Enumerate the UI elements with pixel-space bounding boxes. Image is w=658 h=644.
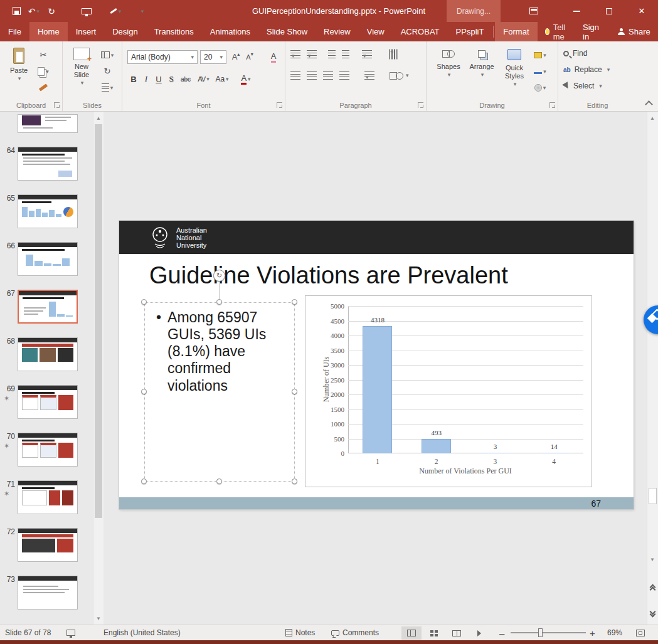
shape-effects-button[interactable] bbox=[532, 80, 548, 95]
slide-thumbnail-73[interactable] bbox=[18, 576, 78, 610]
paste-button[interactable]: Paste bbox=[5, 48, 33, 83]
font-name-combo[interactable]: Arial (Body) bbox=[127, 50, 198, 64]
selection-handle-bottom-right[interactable] bbox=[292, 478, 297, 484]
decrease-indent-button[interactable] bbox=[328, 50, 336, 58]
tab-design[interactable]: Design bbox=[104, 22, 146, 41]
notes-button[interactable]: Notes bbox=[285, 625, 315, 640]
replace-button[interactable]: ab Replace bbox=[563, 65, 610, 74]
selection-handle-top-right[interactable] bbox=[292, 299, 297, 305]
tab-slide-show[interactable]: Slide Show bbox=[258, 22, 316, 41]
thumbnail-scrollbar-thumb[interactable] bbox=[95, 124, 102, 518]
selection-handle-mid-right[interactable] bbox=[292, 389, 297, 394]
zoom-slider[interactable] bbox=[511, 625, 586, 640]
tab-review[interactable]: Review bbox=[316, 22, 359, 41]
font-color-button[interactable]: A bbox=[241, 74, 247, 85]
italic-button[interactable]: I bbox=[140, 71, 152, 87]
slide-thumbnail-70[interactable] bbox=[18, 433, 78, 467]
scroll-down-arrow-icon[interactable]: ▼ bbox=[93, 613, 103, 623]
fit-to-window-button[interactable] bbox=[636, 625, 645, 640]
rotation-handle[interactable]: ↻ bbox=[213, 270, 225, 282]
paragraph-dialog-launcher[interactable] bbox=[418, 102, 423, 108]
save-button[interactable] bbox=[9, 3, 24, 19]
bold-button[interactable]: B bbox=[127, 71, 140, 87]
change-case-button[interactable]: Aa bbox=[213, 71, 231, 87]
justify-button[interactable] bbox=[339, 71, 349, 80]
format-painter-button[interactable] bbox=[35, 80, 51, 95]
text-shadow-button[interactable]: S bbox=[165, 71, 178, 87]
new-slide-button[interactable]: New Slide bbox=[68, 48, 95, 87]
select-button[interactable]: Select bbox=[563, 82, 602, 90]
presentation-monitor-button[interactable] bbox=[66, 625, 75, 640]
customize-qat-button[interactable] bbox=[134, 3, 149, 19]
bullet-item[interactable]: • Among 65907 GUIs, 5369 UIs (8.1%) have… bbox=[145, 303, 294, 394]
share-button[interactable]: Share bbox=[608, 27, 658, 36]
selection-handle-top-center[interactable] bbox=[216, 299, 222, 305]
section-button[interactable] bbox=[99, 80, 115, 95]
columns-button[interactable] bbox=[364, 71, 374, 80]
increase-indent-button[interactable] bbox=[342, 50, 349, 58]
font-dialog-launcher[interactable] bbox=[277, 102, 282, 108]
tab-animations[interactable]: Animations bbox=[202, 22, 258, 41]
language-indicator[interactable]: English (United States) bbox=[103, 625, 181, 640]
selection-handle-top-left[interactable] bbox=[141, 299, 147, 305]
layout-button[interactable] bbox=[99, 48, 115, 62]
slide-sorter-view-button[interactable] bbox=[424, 626, 444, 640]
strikethrough-button[interactable]: abc bbox=[178, 71, 194, 87]
slide-indicator[interactable]: Slide 67 of 78 bbox=[5, 625, 51, 640]
align-center-button[interactable] bbox=[307, 71, 317, 80]
slide-text-box[interactable]: • Among 65907 GUIs, 5369 UIs (8.1%) have… bbox=[144, 302, 295, 482]
slideshow-view-button[interactable] bbox=[469, 626, 489, 640]
clipboard-dialog-launcher[interactable] bbox=[54, 102, 60, 108]
arrange-button[interactable]: Arrange bbox=[465, 48, 498, 79]
numbering-button[interactable] bbox=[307, 50, 317, 58]
slide-thumbnail-66[interactable] bbox=[18, 242, 78, 276]
scrollbar-up-arrow-icon[interactable]: ▲ bbox=[647, 113, 657, 123]
close-button[interactable]: ✕ bbox=[625, 0, 658, 22]
tell-me-box[interactable]: Tell me bbox=[539, 23, 575, 41]
collapse-ribbon-button[interactable] bbox=[645, 100, 653, 108]
ribbon-display-options-button[interactable] bbox=[526, 4, 542, 18]
minimize-button[interactable] bbox=[560, 0, 593, 22]
shapes-button[interactable]: Shapes bbox=[433, 48, 464, 79]
vertical-scrollbar[interactable]: ▲ ▼ bbox=[647, 112, 658, 625]
tab-acrobat[interactable]: ACROBAT bbox=[393, 22, 448, 41]
selection-handle-mid-left[interactable] bbox=[141, 389, 147, 394]
copy-button[interactable] bbox=[35, 64, 51, 78]
slide-thumbnail[interactable] bbox=[18, 114, 78, 133]
underline-button[interactable]: U bbox=[152, 71, 165, 87]
line-spacing-button[interactable] bbox=[362, 50, 372, 58]
maximize-button[interactable] bbox=[593, 0, 625, 22]
tab-format[interactable]: Format bbox=[495, 22, 537, 41]
find-button[interactable]: Find bbox=[563, 49, 587, 58]
sign-in-button[interactable]: Sign in bbox=[574, 23, 608, 41]
quick-styles-button[interactable]: Quick Styles bbox=[499, 48, 529, 88]
clear-formatting-button[interactable]: A bbox=[265, 50, 282, 64]
slide-canvas[interactable]: Australian National University Guideline… bbox=[119, 221, 634, 509]
zoom-slider-thumb[interactable] bbox=[538, 628, 543, 637]
scroll-up-arrow-icon[interactable]: ▲ bbox=[93, 113, 103, 123]
align-left-button[interactable] bbox=[290, 71, 300, 80]
reading-view-button[interactable] bbox=[447, 626, 467, 640]
scrollbar-down-arrow-icon[interactable]: ▼ bbox=[647, 554, 657, 564]
cut-button[interactable]: ✂ bbox=[35, 48, 51, 62]
start-slideshow-button[interactable] bbox=[79, 3, 94, 19]
pen-tool-button[interactable] bbox=[108, 3, 123, 19]
zoom-in-button[interactable]: + bbox=[590, 625, 595, 640]
slide-thumbnail-69[interactable] bbox=[18, 385, 78, 419]
bullets-button[interactable] bbox=[290, 50, 300, 58]
convert-smartart-button[interactable] bbox=[390, 72, 409, 80]
character-spacing-button[interactable]: AV bbox=[194, 71, 213, 87]
slide-thumbnail-65[interactable] bbox=[18, 194, 78, 228]
previous-slide-button[interactable] bbox=[647, 581, 658, 594]
normal-view-button[interactable] bbox=[401, 626, 422, 640]
thumbnail-scrollbar[interactable]: ▲ ▼ bbox=[93, 112, 103, 625]
slide-thumbnail-64[interactable] bbox=[18, 147, 78, 181]
tab-ppsplit[interactable]: PPspliT bbox=[448, 22, 492, 41]
shape-fill-button[interactable] bbox=[532, 48, 548, 62]
redo-button[interactable]: ↻ bbox=[44, 3, 59, 19]
tab-transitions[interactable]: Transitions bbox=[146, 22, 202, 41]
text-direction-button[interactable] bbox=[390, 50, 398, 60]
tab-home[interactable]: Home bbox=[29, 22, 68, 41]
selection-handle-bottom-center[interactable] bbox=[216, 478, 222, 484]
slide-thumbnail-67[interactable] bbox=[18, 290, 78, 324]
